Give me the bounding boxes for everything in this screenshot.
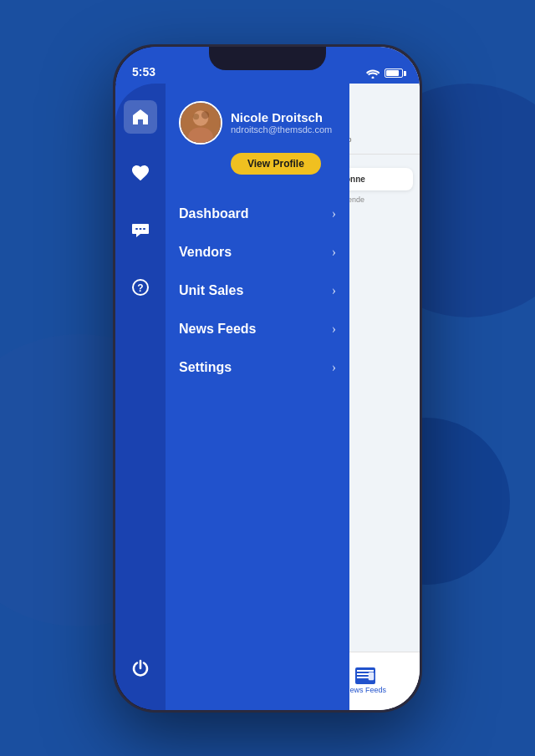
power-icon[interactable] [124, 652, 157, 685]
menu-item-vendors-label: Vendors [179, 245, 232, 260]
svg-point-13 [193, 113, 199, 119]
svg-rect-6 [140, 228, 142, 230]
drawer-main-content: Nicole Droitsch ndroitsch@themsdc.com Vi… [166, 47, 349, 710]
profile-info: Nicole Droitsch ndroitsch@themsdc.com [231, 110, 332, 134]
wifi-icon [366, 68, 380, 79]
icon-sidebar: ? [115, 84, 166, 710]
svg-rect-7 [143, 228, 145, 230]
news-feeds-tab-label[interactable]: News Feeds [344, 686, 386, 694]
phone-screen: W The perso Biz Conne Recommende Ve New [115, 47, 420, 710]
menu-item-unit-sales[interactable]: Unit Sales › [166, 271, 349, 310]
view-profile-button[interactable]: View Profile [231, 153, 321, 175]
battery-icon [385, 68, 403, 78]
help-icon[interactable]: ? [124, 271, 157, 304]
profile-section: Nicole Droitsch ndroitsch@themsdc.com Vi… [166, 93, 349, 188]
status-icons [366, 68, 403, 79]
home-icon[interactable] [124, 100, 157, 134]
profile-row: Nicole Droitsch ndroitsch@themsdc.com [179, 101, 332, 145]
status-time: 5:53 [132, 65, 155, 79]
menu-item-settings-label: Settings [179, 360, 232, 375]
chevron-right-icon: › [332, 283, 336, 298]
svg-text:?: ? [137, 282, 143, 294]
profile-email: ndroitsch@themsdc.com [231, 124, 332, 134]
svg-rect-3 [357, 677, 370, 678]
profile-name: Nicole Droitsch [231, 110, 332, 124]
chevron-right-icon: › [332, 206, 336, 221]
chevron-right-icon: › [332, 360, 336, 375]
svg-rect-5 [135, 228, 138, 230]
news-feeds-tab-icon [355, 667, 375, 684]
svg-rect-2 [357, 673, 369, 675]
messages-icon[interactable] [124, 214, 157, 247]
phone-frame: W The perso Biz Conne Recommende Ve New [113, 44, 422, 713]
svg-point-14 [201, 111, 209, 119]
menu-item-dashboard[interactable]: Dashboard › [166, 195, 349, 233]
phone-notch [209, 47, 326, 70]
menu-list: Dashboard › Vendors › Unit Sales › News … [166, 188, 349, 710]
svg-rect-1 [357, 670, 374, 672]
menu-item-settings[interactable]: Settings › [166, 348, 349, 387]
menu-item-news-feeds-label: News Feeds [179, 322, 256, 337]
menu-item-vendors[interactable]: Vendors › [166, 233, 349, 271]
favorites-icon[interactable] [124, 157, 157, 190]
avatar-image [181, 103, 221, 143]
avatar [179, 101, 222, 145]
chevron-right-icon: › [332, 322, 336, 337]
svg-rect-4 [369, 672, 374, 680]
chevron-right-icon: › [332, 245, 336, 260]
menu-item-unit-sales-label: Unit Sales [179, 283, 243, 298]
menu-item-dashboard-label: Dashboard [179, 206, 249, 221]
menu-item-news-feeds[interactable]: News Feeds › [166, 310, 349, 348]
